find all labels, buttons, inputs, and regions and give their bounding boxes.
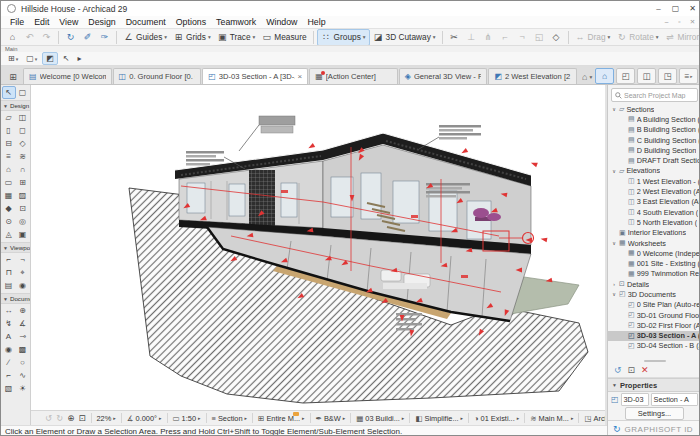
tree-item[interactable]: ∨▱Sections: [608, 104, 700, 114]
graphic-override-control[interactable]: ◧Simplifie...▸: [413, 414, 465, 423]
object-tool[interactable]: ⊡: [16, 202, 30, 215]
zone-tool[interactable]: ▨: [16, 189, 30, 202]
arrow-tool[interactable]: ↖: [2, 86, 16, 99]
layer-combination-control[interactable]: ≋Main M...▸: [528, 414, 575, 423]
mirror-button[interactable]: ⇌Mirror▾: [662, 30, 700, 45]
cutaway-button[interactable]: ◪3D Cutaway▾: [370, 30, 439, 45]
pen-set-control[interactable]: ✒B&W▸: [314, 414, 348, 423]
radial-dimension-tool[interactable]: ↯: [2, 317, 16, 330]
tab-general-3d[interactable]: ◈General 3D View - Per...: [399, 68, 488, 84]
menu-options[interactable]: Options: [171, 17, 211, 27]
sync-icon[interactable]: ↻: [613, 424, 621, 434]
tree-item[interactable]: ◫1 West Elevation - (: [608, 176, 700, 186]
tab-action-center[interactable]: ▦[Action Center]: [309, 68, 398, 84]
groups-button[interactable]: ∷Groups▾: [317, 29, 370, 46]
groups-button-arrow-icon[interactable]: ▾: [363, 34, 366, 40]
wall-tool[interactable]: ▱: [2, 111, 16, 124]
menu-teamwork[interactable]: Teamwork: [211, 17, 261, 27]
skylight-tool[interactable]: ◇: [16, 137, 30, 150]
column-tool[interactable]: ▯: [2, 124, 16, 137]
publisher-button[interactable]: ◳: [658, 68, 677, 84]
next-zoom-button[interactable]: ↻: [54, 413, 65, 423]
maximize-button[interactable]: ▢: [667, 1, 684, 16]
menu-window[interactable]: Window: [261, 17, 302, 27]
orientation-control[interactable]: ∡0.000°▸: [125, 414, 164, 423]
tree-item[interactable]: ◰3D-04 Section - B (A: [608, 341, 700, 351]
menu-view[interactable]: View: [54, 17, 83, 27]
home-button[interactable]: ⌂: [4, 30, 21, 45]
tree-item[interactable]: ◫4 South Elevation (: [608, 207, 700, 217]
tree-item[interactable]: ◫2 West Elevation (A: [608, 186, 700, 196]
tab-3d03-section[interactable]: ◰3D-03 Section - A [3D-...×: [202, 68, 308, 84]
tree-caret-icon[interactable]: ∨: [611, 168, 617, 174]
tree-item[interactable]: ›⊡Details: [608, 279, 700, 289]
scale-control[interactable]: ▭1:50▸: [171, 414, 203, 423]
renovation-filter-control[interactable]: ◑01 Existi...▸: [472, 414, 521, 423]
slab-tool[interactable]: ▭: [2, 176, 16, 189]
polyline-tool[interactable]: ⌐: [2, 369, 16, 382]
favorites-button[interactable]: ▢▾: [23, 53, 40, 64]
project-chooser-button[interactable]: ⌂: [595, 68, 614, 84]
tree-caret-icon[interactable]: ∨: [611, 240, 617, 246]
fillet-button[interactable]: ⌐: [497, 30, 514, 45]
opening-tool[interactable]: ◎: [16, 215, 30, 228]
tree-caret-icon[interactable]: ∨: [611, 106, 617, 112]
doc-minimize-button[interactable]: –: [660, 16, 673, 28]
item-name-field[interactable]: Section - A: [651, 393, 698, 406]
tree-item[interactable]: ∨▦Worksheets: [608, 238, 700, 248]
camera-tool[interactable]: ⌖: [16, 266, 30, 279]
menu-document[interactable]: Document: [121, 17, 171, 27]
roof-tool[interactable]: ⌂: [2, 163, 16, 176]
sun-tool[interactable]: ☀: [16, 382, 30, 395]
toolbox-section-design[interactable]: ▼Design: [1, 100, 30, 111]
tool-default-settings[interactable]: ⊞▾: [5, 53, 21, 64]
door-tool[interactable]: ◫: [16, 111, 30, 124]
detail-tool[interactable]: ◉: [16, 279, 30, 292]
line-tool[interactable]: ∕: [2, 356, 16, 369]
doc-restore-button[interactable]: ▫: [673, 16, 686, 28]
inject-parameters-button[interactable]: ✑: [96, 30, 113, 45]
tab-welcome[interactable]: ▤Welcome [0 Welcome]: [23, 68, 112, 84]
shell-tool[interactable]: ∩: [16, 163, 30, 176]
elevation-tool[interactable]: ¬: [16, 253, 30, 266]
interior-elevation-tool[interactable]: ⊓: [2, 266, 16, 279]
tree-display-button[interactable]: ⊡: [628, 365, 636, 375]
tree-item[interactable]: ▦0 Welcome (Indepe: [608, 248, 700, 258]
tree-item[interactable]: ◰3D-02 First Floor (A: [608, 320, 700, 330]
morph-tool[interactable]: ◆: [2, 202, 16, 215]
adjust-button[interactable]: ⊥: [463, 30, 480, 45]
dimension-tool[interactable]: ↔: [2, 304, 16, 317]
organizer-menu-button[interactable]: ≡▸: [679, 68, 698, 84]
orbit-button[interactable]: ↻: [62, 30, 79, 45]
mesh-tool[interactable]: ⊞: [16, 176, 30, 189]
measure-button[interactable]: ▭Measure: [258, 30, 309, 45]
cutaway-button-arrow-icon[interactable]: ▾: [433, 34, 436, 40]
tree-item[interactable]: ◫3 East Elevation (Au: [608, 197, 700, 207]
rotate-button[interactable]: ↻Rotate▾: [613, 30, 661, 45]
marquee-tool[interactable]: ▢: [16, 86, 30, 99]
search-input[interactable]: [624, 92, 694, 99]
guides-button[interactable]: ∠Guides▾: [120, 30, 170, 45]
guides-button-arrow-icon[interactable]: ▾: [164, 34, 167, 40]
worksheet-tool[interactable]: ▤: [2, 279, 16, 292]
tree-item[interactable]: ◰0 Site Plan (Auto-re: [608, 300, 700, 310]
tree-item[interactable]: ▦999 Twinmotion Re: [608, 269, 700, 279]
figure-tool[interactable]: ▧: [2, 382, 16, 395]
tree-item[interactable]: ∨◰3D Documents: [608, 289, 700, 299]
drag-button[interactable]: ↔Drag▾: [572, 30, 614, 45]
tree-delete-button[interactable]: ✕: [641, 365, 649, 375]
rotate-button-arrow-icon[interactable]: ▾: [656, 34, 659, 40]
tab-overview-button[interactable]: ⊞: [5, 69, 21, 84]
close-button[interactable]: ✕: [684, 1, 700, 16]
tab-ground-floor[interactable]: ◫0. Ground Floor [0. Gr...: [113, 68, 202, 84]
tree-item[interactable]: ▤A Building Section (: [608, 114, 700, 124]
scissors-button[interactable]: ✂: [446, 30, 463, 45]
text-tool[interactable]: A: [2, 330, 16, 343]
lamp-tool[interactable]: ⊙: [2, 215, 16, 228]
toolbox-section-document[interactable]: ▼Document: [1, 293, 30, 304]
project-map-search[interactable]: [611, 88, 698, 102]
tree-caret-icon[interactable]: ∨: [611, 291, 617, 297]
pick-up-parameters-button[interactable]: ✐: [79, 30, 96, 45]
tab-west-elevation[interactable]: ◩2 West Elevation [2 West...: [488, 68, 577, 84]
tree-caret-icon[interactable]: ›: [611, 281, 617, 287]
